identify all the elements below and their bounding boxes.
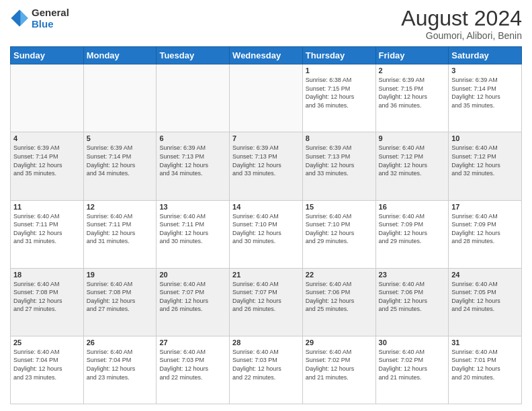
- header-saturday: Saturday: [449, 47, 522, 64]
- page: General Blue August 2024 Goumori, Alibor…: [0, 0, 532, 411]
- day-info: Sunrise: 6:40 AM Sunset: 7:12 PM Dayligh…: [379, 144, 446, 177]
- day-info: Sunrise: 6:40 AM Sunset: 7:11 PM Dayligh…: [13, 212, 81, 246]
- calendar-cell: 22Sunrise: 6:40 AM Sunset: 7:06 PM Dayli…: [302, 268, 375, 336]
- day-info: Sunrise: 6:39 AM Sunset: 7:13 PM Dayligh…: [232, 144, 300, 177]
- day-number: 15: [306, 203, 373, 211]
- calendar-cell: [230, 64, 303, 132]
- day-number: 24: [451, 271, 519, 279]
- day-number: 7: [232, 134, 300, 142]
- calendar-cell: 9Sunrise: 6:40 AM Sunset: 7:12 PM Daylig…: [375, 132, 449, 200]
- day-info: Sunrise: 6:39 AM Sunset: 7:13 PM Dayligh…: [159, 144, 226, 177]
- calendar-week-4: 25Sunrise: 6:40 AM Sunset: 7:04 PM Dayli…: [11, 336, 522, 404]
- header-sunday: Sunday: [11, 47, 84, 64]
- calendar-cell: 13Sunrise: 6:40 AM Sunset: 7:11 PM Dayli…: [157, 200, 230, 268]
- calendar-cell: 23Sunrise: 6:40 AM Sunset: 7:06 PM Dayli…: [375, 268, 449, 336]
- header-monday: Monday: [83, 47, 157, 64]
- calendar-cell: [83, 64, 157, 132]
- day-number: 4: [13, 134, 81, 142]
- calendar-cell: 4Sunrise: 6:39 AM Sunset: 7:14 PM Daylig…: [11, 132, 84, 200]
- day-info: Sunrise: 6:40 AM Sunset: 7:08 PM Dayligh…: [87, 280, 154, 314]
- day-number: 21: [232, 271, 300, 279]
- calendar-cell: 5Sunrise: 6:39 AM Sunset: 7:14 PM Daylig…: [83, 132, 157, 200]
- day-number: 28: [232, 338, 300, 347]
- calendar-cell: 27Sunrise: 6:40 AM Sunset: 7:03 PM Dayli…: [157, 336, 230, 404]
- day-info: Sunrise: 6:40 AM Sunset: 7:02 PM Dayligh…: [379, 348, 446, 381]
- calendar-cell: 26Sunrise: 6:40 AM Sunset: 7:04 PM Dayli…: [83, 336, 157, 404]
- calendar-cell: [157, 64, 230, 132]
- day-number: 27: [159, 338, 226, 347]
- day-number: 30: [379, 338, 446, 347]
- logo: General Blue: [10, 7, 69, 30]
- day-number: 8: [306, 134, 373, 142]
- calendar-cell: 3Sunrise: 6:39 AM Sunset: 7:14 PM Daylig…: [449, 64, 522, 132]
- day-info: Sunrise: 6:40 AM Sunset: 7:03 PM Dayligh…: [159, 348, 226, 381]
- calendar-cell: 28Sunrise: 6:40 AM Sunset: 7:03 PM Dayli…: [230, 336, 303, 404]
- day-number: 1: [306, 66, 373, 75]
- calendar-cell: 11Sunrise: 6:40 AM Sunset: 7:11 PM Dayli…: [11, 200, 84, 268]
- day-info: Sunrise: 6:40 AM Sunset: 7:05 PM Dayligh…: [451, 280, 519, 314]
- day-number: 29: [306, 338, 373, 347]
- day-number: 9: [379, 134, 446, 142]
- calendar-cell: 14Sunrise: 6:40 AM Sunset: 7:10 PM Dayli…: [230, 200, 303, 268]
- calendar-cell: 24Sunrise: 6:40 AM Sunset: 7:05 PM Dayli…: [449, 268, 522, 336]
- calendar-cell: 16Sunrise: 6:40 AM Sunset: 7:09 PM Dayli…: [375, 200, 449, 268]
- day-number: 3: [451, 66, 519, 75]
- logo-text: General Blue: [32, 7, 69, 30]
- day-number: 22: [306, 271, 373, 279]
- header-friday: Friday: [375, 47, 449, 64]
- day-number: 10: [451, 134, 519, 142]
- day-number: 12: [87, 203, 154, 211]
- day-info: Sunrise: 6:40 AM Sunset: 7:11 PM Dayligh…: [159, 212, 226, 246]
- calendar-cell: 30Sunrise: 6:40 AM Sunset: 7:02 PM Dayli…: [375, 336, 449, 404]
- day-number: 11: [13, 203, 81, 211]
- day-info: Sunrise: 6:39 AM Sunset: 7:14 PM Dayligh…: [13, 144, 81, 177]
- day-info: Sunrise: 6:40 AM Sunset: 7:10 PM Dayligh…: [306, 212, 373, 246]
- day-number: 18: [13, 271, 81, 279]
- day-info: Sunrise: 6:39 AM Sunset: 7:14 PM Dayligh…: [451, 76, 519, 109]
- day-info: Sunrise: 6:40 AM Sunset: 7:06 PM Dayligh…: [306, 280, 373, 314]
- subtitle: Goumori, Alibori, Benin: [401, 30, 522, 41]
- day-info: Sunrise: 6:40 AM Sunset: 7:08 PM Dayligh…: [13, 280, 81, 314]
- day-info: Sunrise: 6:40 AM Sunset: 7:06 PM Dayligh…: [379, 280, 446, 314]
- calendar-cell: 12Sunrise: 6:40 AM Sunset: 7:11 PM Dayli…: [83, 200, 157, 268]
- calendar-cell: 8Sunrise: 6:39 AM Sunset: 7:13 PM Daylig…: [302, 132, 375, 200]
- header-wednesday: Wednesday: [230, 47, 303, 64]
- calendar-week-3: 18Sunrise: 6:40 AM Sunset: 7:08 PM Dayli…: [11, 268, 522, 336]
- day-number: 26: [87, 338, 154, 347]
- day-info: Sunrise: 6:40 AM Sunset: 7:01 PM Dayligh…: [451, 348, 519, 381]
- main-title: August 2024: [401, 7, 522, 30]
- day-info: Sunrise: 6:40 AM Sunset: 7:07 PM Dayligh…: [159, 280, 226, 314]
- calendar-table: Sunday Monday Tuesday Wednesday Thursday…: [10, 46, 522, 404]
- calendar-cell: 20Sunrise: 6:40 AM Sunset: 7:07 PM Dayli…: [157, 268, 230, 336]
- calendar-cell: 1Sunrise: 6:38 AM Sunset: 7:15 PM Daylig…: [302, 64, 375, 132]
- day-info: Sunrise: 6:39 AM Sunset: 7:13 PM Dayligh…: [306, 144, 373, 177]
- day-info: Sunrise: 6:40 AM Sunset: 7:09 PM Dayligh…: [451, 212, 519, 246]
- day-number: 16: [379, 203, 446, 211]
- day-number: 19: [87, 271, 154, 279]
- calendar-header-row: Sunday Monday Tuesday Wednesday Thursday…: [11, 47, 522, 64]
- day-info: Sunrise: 6:38 AM Sunset: 7:15 PM Dayligh…: [306, 76, 373, 109]
- logo-icon: [10, 9, 29, 28]
- day-info: Sunrise: 6:40 AM Sunset: 7:02 PM Dayligh…: [306, 348, 373, 381]
- calendar-cell: 7Sunrise: 6:39 AM Sunset: 7:13 PM Daylig…: [230, 132, 303, 200]
- calendar-cell: 17Sunrise: 6:40 AM Sunset: 7:09 PM Dayli…: [449, 200, 522, 268]
- calendar-cell: 6Sunrise: 6:39 AM Sunset: 7:13 PM Daylig…: [157, 132, 230, 200]
- day-number: 17: [451, 203, 519, 211]
- day-number: 13: [159, 203, 226, 211]
- calendar-week-2: 11Sunrise: 6:40 AM Sunset: 7:11 PM Dayli…: [11, 200, 522, 268]
- day-number: 5: [87, 134, 154, 142]
- day-info: Sunrise: 6:40 AM Sunset: 7:10 PM Dayligh…: [232, 212, 300, 246]
- header: General Blue August 2024 Goumori, Alibor…: [10, 7, 522, 41]
- calendar-cell: 10Sunrise: 6:40 AM Sunset: 7:12 PM Dayli…: [449, 132, 522, 200]
- header-tuesday: Tuesday: [157, 47, 230, 64]
- calendar-cell: 15Sunrise: 6:40 AM Sunset: 7:10 PM Dayli…: [302, 200, 375, 268]
- day-info: Sunrise: 6:40 AM Sunset: 7:09 PM Dayligh…: [379, 212, 446, 246]
- day-number: 6: [159, 134, 226, 142]
- day-info: Sunrise: 6:40 AM Sunset: 7:07 PM Dayligh…: [232, 280, 300, 314]
- day-number: 14: [232, 203, 300, 211]
- calendar-body: 1Sunrise: 6:38 AM Sunset: 7:15 PM Daylig…: [11, 64, 522, 404]
- calendar-cell: 2Sunrise: 6:39 AM Sunset: 7:15 PM Daylig…: [375, 64, 449, 132]
- calendar-week-0: 1Sunrise: 6:38 AM Sunset: 7:15 PM Daylig…: [11, 64, 522, 132]
- day-info: Sunrise: 6:39 AM Sunset: 7:15 PM Dayligh…: [379, 76, 446, 109]
- day-number: 23: [379, 271, 446, 279]
